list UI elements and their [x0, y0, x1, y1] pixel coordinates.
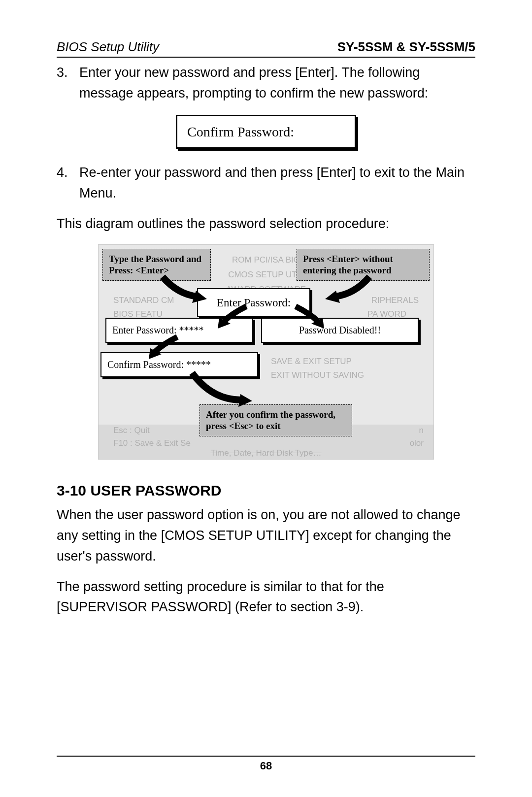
bios-footer-center: Time, Date, Hard Disk Type… [99, 447, 433, 460]
arrow-icon [158, 274, 217, 304]
bios-menu-item: RIPHERALS [371, 294, 419, 307]
section-heading: 3-10 USER PASSWORD [57, 479, 475, 502]
arrow-icon [291, 304, 330, 329]
dialog-password-disabled: Password Disabled!! [261, 318, 419, 343]
section-paragraph: The password setting procedure is simila… [57, 577, 475, 618]
step-text: Re-enter your password and then press [E… [79, 163, 475, 204]
step-number: 3. [57, 63, 79, 104]
step-3: 3. Enter your new password and press [En… [57, 63, 475, 104]
page-header: BIOS Setup Utility SY-5SSM & SY-5SSM/5 [57, 39, 475, 58]
bios-menu-item: EXIT WITHOUT SAVING [271, 369, 364, 382]
svg-marker-5 [238, 394, 252, 407]
bios-footer-text: Esc : Quit [113, 424, 150, 437]
svg-marker-0 [192, 291, 207, 303]
bios-menu-item: SAVE & EXIT SETUP [271, 355, 352, 368]
password-diagram: ROM PCI/ISA BIO CMOS SETUP UTIL AWARD SO… [98, 244, 434, 460]
confirm-password-box: Confirm Password: [176, 115, 356, 149]
step-number: 4. [57, 163, 79, 204]
bios-footer-text: n [419, 424, 424, 437]
footer-rule [57, 756, 475, 757]
arrow-icon [217, 304, 256, 329]
arrow-icon [148, 334, 187, 359]
step-4: 4. Re-enter your password and then press… [57, 163, 475, 204]
header-left: BIOS Setup Utility [57, 39, 159, 55]
arrow-icon [315, 274, 374, 304]
body: 3. Enter your new password and press [En… [57, 63, 475, 618]
page-number: 68 [57, 760, 475, 772]
page-footer: 68 [57, 756, 475, 772]
section-paragraph: When the user password option is on, you… [57, 505, 475, 567]
diagram-intro: This diagram outlines the password selec… [57, 214, 475, 234]
page: BIOS Setup Utility SY-5SSM & SY-5SSM/5 3… [0, 0, 532, 797]
header-right: SY-5SSM & SY-5SSM/5 [337, 39, 475, 55]
svg-marker-1 [325, 291, 340, 303]
step-text: Enter your new password and press [Enter… [79, 63, 475, 104]
arrow-icon [187, 370, 256, 410]
